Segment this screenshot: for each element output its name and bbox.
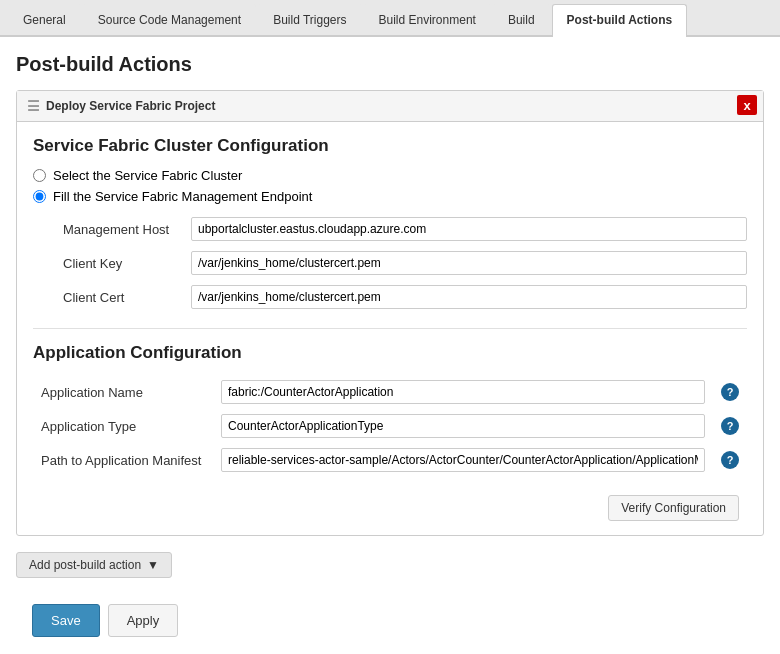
- cluster-config-title: Service Fabric Cluster Configuration: [33, 136, 747, 156]
- app-manifest-label: Path to Application Manifest: [33, 443, 213, 477]
- cluster-radio-group: Select the Service Fabric Cluster Fill t…: [33, 168, 747, 204]
- radio-fill-endpoint-label: Fill the Service Fabric Management Endpo…: [53, 189, 312, 204]
- app-name-label: Application Name: [33, 375, 213, 409]
- table-row: Management Host: [33, 212, 747, 246]
- table-row: Path to Application Manifest ?: [33, 443, 747, 477]
- tab-build[interactable]: Build: [493, 4, 550, 35]
- app-type-input[interactable]: [221, 414, 705, 438]
- radio-select-cluster-label: Select the Service Fabric Cluster: [53, 168, 242, 183]
- client-cert-label: Client Cert: [33, 280, 183, 314]
- tab-build-environment[interactable]: Build Environment: [364, 4, 491, 35]
- cluster-fields-table: Management Host Client Key Client Cert: [33, 212, 747, 314]
- table-row: Application Name ?: [33, 375, 747, 409]
- radio-select-cluster[interactable]: [33, 169, 46, 182]
- section-divider: [33, 328, 747, 329]
- drag-handle-icon: ☰: [27, 98, 40, 114]
- add-action-label: Add post-build action: [29, 558, 141, 572]
- panel-body: Service Fabric Cluster Configuration Sel…: [17, 122, 763, 535]
- main-content: Post-build Actions ☰ Deploy Service Fabr…: [0, 37, 780, 654]
- radio-fill-endpoint[interactable]: [33, 190, 46, 203]
- radio-row-select: Select the Service Fabric Cluster: [33, 168, 747, 183]
- page-title: Post-build Actions: [16, 53, 764, 76]
- app-type-help-icon[interactable]: ?: [721, 417, 739, 435]
- add-post-build-action-button[interactable]: Add post-build action ▼: [16, 552, 172, 578]
- panel-close-button[interactable]: x: [737, 95, 757, 115]
- table-row: Client Cert: [33, 280, 747, 314]
- management-host-label: Management Host: [33, 212, 183, 246]
- app-name-input[interactable]: [221, 380, 705, 404]
- table-row: Client Key: [33, 246, 747, 280]
- apply-button[interactable]: Apply: [108, 604, 179, 637]
- client-key-input[interactable]: [191, 251, 747, 275]
- save-button[interactable]: Save: [32, 604, 100, 637]
- radio-row-fill: Fill the Service Fabric Management Endpo…: [33, 189, 747, 204]
- panel-header: ☰ Deploy Service Fabric Project: [17, 91, 763, 122]
- client-cert-input[interactable]: [191, 285, 747, 309]
- app-config-table: Application Name ? Application Type ? Pa…: [33, 375, 747, 477]
- bottom-bar: Save Apply: [16, 594, 764, 647]
- app-name-help-icon[interactable]: ?: [721, 383, 739, 401]
- app-manifest-input[interactable]: [221, 448, 705, 472]
- table-row: Application Type ?: [33, 409, 747, 443]
- tab-build-triggers[interactable]: Build Triggers: [258, 4, 361, 35]
- panel-header-label: Deploy Service Fabric Project: [46, 99, 215, 113]
- tab-post-build-actions[interactable]: Post-build Actions: [552, 4, 688, 37]
- app-manifest-help-icon[interactable]: ?: [721, 451, 739, 469]
- app-type-label: Application Type: [33, 409, 213, 443]
- app-config-title: Application Configuration: [33, 343, 747, 363]
- tab-bar: General Source Code Management Build Tri…: [0, 0, 780, 37]
- management-host-input[interactable]: [191, 217, 747, 241]
- deploy-panel: ☰ Deploy Service Fabric Project x Servic…: [16, 90, 764, 536]
- tab-general[interactable]: General: [8, 4, 81, 35]
- client-key-label: Client Key: [33, 246, 183, 280]
- verify-config-button[interactable]: Verify Configuration: [608, 495, 739, 521]
- dropdown-arrow-icon: ▼: [147, 558, 159, 572]
- tab-source-code-management[interactable]: Source Code Management: [83, 4, 256, 35]
